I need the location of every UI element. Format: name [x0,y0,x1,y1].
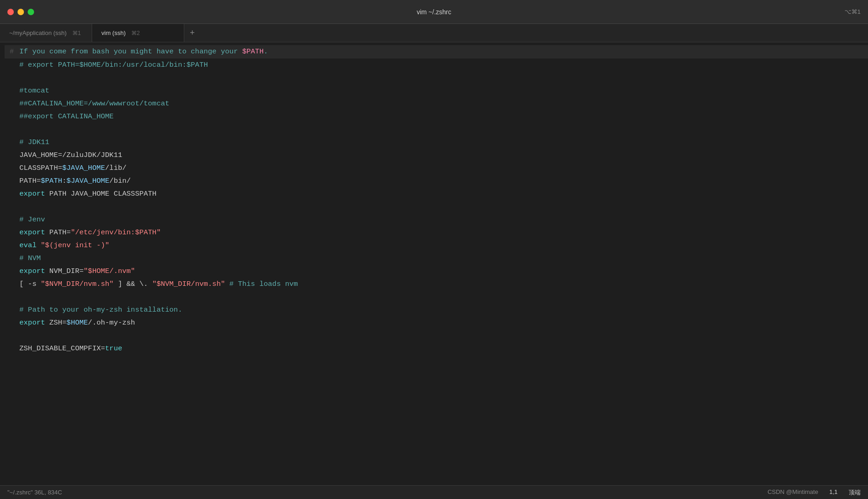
code-line: # export PATH=$HOME/bin:/usr/local/bin:$… [5,58,868,71]
line-content [18,123,868,136]
code-segment: PATH= [19,177,41,185]
code-segment: ##export CATALINA_HOME [19,112,114,121]
line-content: JAVA_HOME=/ZuluJDK/JDK11 [18,149,868,162]
code-segment: true [105,344,122,353]
line-content: export ZSH=$HOME/.oh-my-zsh [18,316,868,329]
code-line: ##export CATALINA_HOME [5,110,868,123]
code-segment: ZSH_DISABLE_COMPFIX= [19,344,105,353]
code-segment: # This loads nvm [225,280,298,288]
tab-label: ~/myApplication (ssh) [9,29,67,36]
tab-shortcut: ⌘1 [72,30,81,36]
line-content: ##export CATALINA_HOME [18,110,868,123]
code-segment: export [19,319,45,327]
code-line [5,123,868,136]
tab-label: vim (ssh) [101,29,126,36]
line-content: # JDK11 [18,136,868,149]
code-segment [36,241,41,250]
line-content: CLASSPATH=$JAVA_HOME/lib/ [18,162,868,174]
code-line [5,71,868,84]
status-right: CSDN @Mintimate 1,1 顶端 [768,488,861,497]
code-segment: export [19,228,45,237]
code-segment: : [62,177,66,185]
line-content: # export PATH=$HOME/bin:/usr/local/bin:$… [18,58,868,71]
code-segment: ##CATALINA_HOME=/www/wwwroot/tomcat [19,99,170,108]
code-line: export PATH="/etc/jenv/bin:$PATH" [5,226,868,239]
code-line: export NVM_DIR="$HOME/.nvm" [5,265,868,278]
code-line: PATH=$PATH:$JAVA_HOME/bin/ [5,174,868,187]
code-segment: $HOME [66,319,88,327]
code-segment: If you come from bash you might have to … [19,47,242,56]
line-content: export PATH="/etc/jenv/bin:$PATH" [18,226,868,239]
code-line: #tomcat [5,84,868,97]
code-segment: $PATH [41,177,63,185]
code-line: # JDK11 [5,136,868,149]
line-content: [ -s "$NVM_DIR/nvm.sh" ] && \. "$NVM_DIR… [18,278,868,290]
tab-myapplication[interactable]: ~/myApplication (ssh) ⌘1 [0,24,92,42]
line-content: # NVM [18,252,868,265]
code-line [5,290,868,303]
status-branding: CSDN @Mintimate [768,488,818,497]
code-line: # Path to your oh-my-zsh installation. [5,303,868,316]
editor-area[interactable]: #If you come from bash you might have to… [0,42,868,485]
code-segment: "$HOME/.nvm" [84,267,135,275]
status-position-label: 顶端 [849,488,861,497]
code-segment: "$NVM_DIR/nvm.sh" [152,280,225,288]
code-line: export ZSH=$HOME/.oh-my-zsh [5,316,868,329]
code-segment: # export PATH=$HOME/bin:/usr/local/bin:$… [19,61,208,69]
tab-shortcut: ⌘2 [131,30,140,36]
code-line: # NVM [5,252,868,265]
line-content: #tomcat [18,84,868,97]
line-content: If you come from bash you might have to … [18,45,868,58]
line-content [18,290,868,303]
code-segment: /bin/ [109,177,131,185]
close-button[interactable] [7,9,14,15]
code-line: eval "$(jenv init -)" [5,239,868,252]
code-segment: [ -s [19,280,41,288]
status-bar: "~/.zshrc" 36L, 834C CSDN @Mintimate 1,1… [0,485,868,499]
code-segment: eval [19,241,36,250]
code-segment: $JAVA_HOME [62,164,105,172]
line-content: ##CATALINA_HOME=/www/wwwroot/tomcat [18,97,868,110]
code-segment: $PATH [242,47,264,56]
line-content: export NVM_DIR="$HOME/.nvm" [18,265,868,278]
code-segment: # JDK11 [19,138,49,146]
line-content [18,71,868,84]
code-segment: #tomcat [19,87,49,95]
maximize-button[interactable] [28,9,34,15]
add-tab-button[interactable]: + [184,24,200,42]
status-file-info: "~/.zshrc" 36L, 834C [7,489,62,496]
code-line: JAVA_HOME=/ZuluJDK/JDK11 [5,149,868,162]
code-segment: # Jenv [19,215,45,224]
code-segment: ] && \. [114,280,152,288]
code-segment: ZSH= [45,319,67,327]
code-segment: /.oh-my-zsh [88,319,135,327]
window-controls [0,9,34,15]
title-bar: vim ~/.zshrc ⌥⌘1 [0,0,868,24]
code-segment: JAVA_HOME=/ZuluJDK/JDK11 [19,151,122,159]
line-content [18,200,868,213]
window-title: vim ~/.zshrc [416,8,451,16]
line-content [18,329,868,342]
code-line: ##CATALINA_HOME=/www/wwwroot/tomcat [5,97,868,110]
line-content: # Path to your oh-my-zsh installation. [18,303,868,316]
line-gutter: # [5,46,18,58]
line-content: # Jenv [18,213,868,226]
code-segment: "$NVM_DIR/nvm.sh" [41,280,114,288]
code-segment: /lib/ [105,164,127,172]
code-segment: export [19,267,45,275]
minimize-button[interactable] [18,9,24,15]
tab-vim[interactable]: vim (ssh) ⌘2 [92,24,184,42]
code-line: [ -s "$NVM_DIR/nvm.sh" ] && \. "$NVM_DIR… [5,278,868,290]
tab-bar: ~/myApplication (ssh) ⌘1 vim (ssh) ⌘2 + [0,24,868,42]
code-line: ZSH_DISABLE_COMPFIX=true [5,342,868,355]
line-content: export PATH JAVA_HOME CLASSSPATH [18,187,868,200]
code-segment: # Path to your oh-my-zsh installation. [19,306,182,314]
code-line: #If you come from bash you might have to… [5,45,868,58]
code-segment: # NVM [19,254,41,262]
code-line: # Jenv [5,213,868,226]
line-content: eval "$(jenv init -)" [18,239,868,252]
line-content: PATH=$PATH:$JAVA_HOME/bin/ [18,174,868,187]
code-line [5,200,868,213]
code-line: export PATH JAVA_HOME CLASSSPATH [5,187,868,200]
code-segment: . [264,47,268,56]
